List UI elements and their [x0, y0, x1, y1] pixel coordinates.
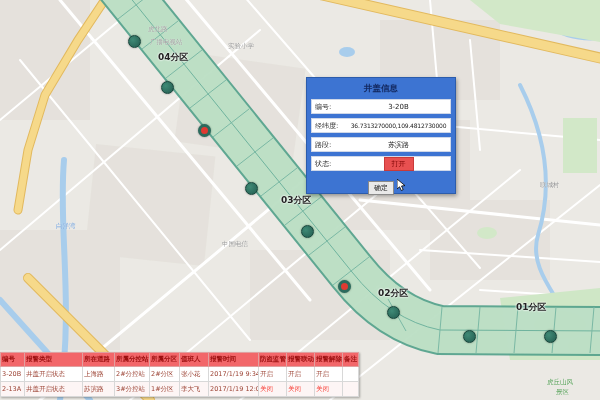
table-cell	[343, 367, 359, 382]
manhole-marker[interactable]	[245, 182, 258, 195]
mouse-cursor-icon	[397, 179, 406, 191]
table-header-cell: 值班人	[180, 353, 209, 367]
table-header-cell: 所属分区	[150, 353, 180, 367]
table-header-cell: 所属分控站	[115, 353, 150, 367]
table-header-cell: 报警时间	[209, 353, 259, 367]
table-header-cell: 备注	[343, 353, 359, 367]
table-cell: 苏滨路	[83, 382, 115, 397]
place-label: 中国电信	[222, 240, 248, 249]
table-header-cell: 防盗监管	[259, 353, 287, 367]
district-label: 02分区	[378, 287, 409, 300]
confirm-button[interactable]: 确定	[368, 181, 394, 195]
place-label: 景区	[556, 388, 569, 397]
map-canvas[interactable]: 04分区03分区02分区01分区虎北路广播电视站实验小学白洋湾联城村中国电信虎丘…	[0, 0, 600, 400]
manhole-marker-alarm[interactable]	[338, 280, 351, 293]
field-value: 3-20B	[347, 103, 450, 111]
place-label: 广播电视站	[150, 38, 183, 47]
table-cell: 2017/1/19 12:06	[209, 382, 259, 397]
manhole-marker[interactable]	[161, 81, 174, 94]
manhole-info-popup: 井盖信息 编号: 3-20B 经纬度: 36.7313270000,109.48…	[306, 77, 456, 194]
table-cell: 3#分控站	[115, 382, 150, 397]
table-header-cell: 所在道路	[83, 353, 115, 367]
alarm-table: 编号报警类型所在道路所属分控站所属分区值班人报警时间防盗监管报警联动报警解除备注…	[0, 352, 359, 397]
place-label: 白洋湾	[56, 222, 76, 231]
table-cell: 上海路	[83, 367, 115, 382]
field-value: 苏滨路	[347, 140, 450, 150]
table-cell: 张小花	[180, 367, 209, 382]
table-cell: 1#分区	[150, 382, 180, 397]
manhole-marker[interactable]	[544, 330, 557, 343]
table-header-row: 编号报警类型所在道路所属分控站所属分区值班人报警时间防盗监管报警联动报警解除备注	[1, 353, 359, 367]
table-cell: 关闭	[259, 382, 287, 397]
table-header-cell: 报警联动	[287, 353, 315, 367]
popup-title: 井盖信息	[311, 81, 451, 99]
field-label: 编号:	[312, 102, 347, 112]
place-label: 联城村	[540, 181, 560, 190]
manhole-marker[interactable]	[463, 330, 476, 343]
popup-field-coords: 经纬度: 36.7313270000,109.4812730000	[311, 118, 451, 133]
table-cell: 开启	[259, 367, 287, 382]
popup-field-road: 路段: 苏滨路	[311, 137, 451, 152]
manhole-marker[interactable]	[387, 306, 400, 319]
table-cell: 井盖开启状态	[25, 382, 83, 397]
table-cell: 2#分控站	[115, 367, 150, 382]
field-value: 36.7313270000,109.4812730000	[347, 122, 450, 129]
table-cell: 2-13A	[1, 382, 25, 397]
table-header-cell: 报警解除	[315, 353, 343, 367]
table-cell: 开启	[287, 367, 315, 382]
table-cell: 3-20B	[1, 367, 25, 382]
table-cell: 井盖开启状态	[25, 367, 83, 382]
place-label: 实验小学	[228, 42, 254, 51]
table-cell: 关闭	[315, 382, 343, 397]
place-label: 虎丘山风	[547, 378, 573, 387]
manhole-marker[interactable]	[301, 225, 314, 238]
field-label: 经纬度:	[312, 121, 347, 131]
table-row[interactable]: 2-13A井盖开启状态苏滨路3#分控站1#分区李大飞2017/1/19 12:0…	[1, 382, 359, 397]
table-header-cell: 报警类型	[25, 353, 83, 367]
district-label: 03分区	[281, 194, 312, 207]
popup-field-id: 编号: 3-20B	[311, 99, 451, 114]
district-label: 04分区	[158, 51, 189, 64]
table-cell: 关闭	[287, 382, 315, 397]
table-cell: 2#分区	[150, 367, 180, 382]
status-badge: 打开	[384, 157, 414, 171]
field-label: 路段:	[312, 140, 347, 150]
table-header-cell: 编号	[1, 353, 25, 367]
manhole-marker-alarm[interactable]	[198, 124, 211, 137]
table-cell	[343, 382, 359, 397]
table-row[interactable]: 3-20B井盖开启状态上海路2#分控站2#分区张小花2017/1/19 9:34…	[1, 367, 359, 382]
table-cell: 2017/1/19 9:34	[209, 367, 259, 382]
table-cell: 开启	[315, 367, 343, 382]
table-cell: 李大飞	[180, 382, 209, 397]
popup-field-status: 状态: 打开	[311, 156, 451, 171]
district-label: 01分区	[516, 301, 547, 314]
manhole-marker[interactable]	[128, 35, 141, 48]
place-label: 虎北路	[148, 25, 168, 34]
field-label: 状态:	[312, 159, 347, 169]
